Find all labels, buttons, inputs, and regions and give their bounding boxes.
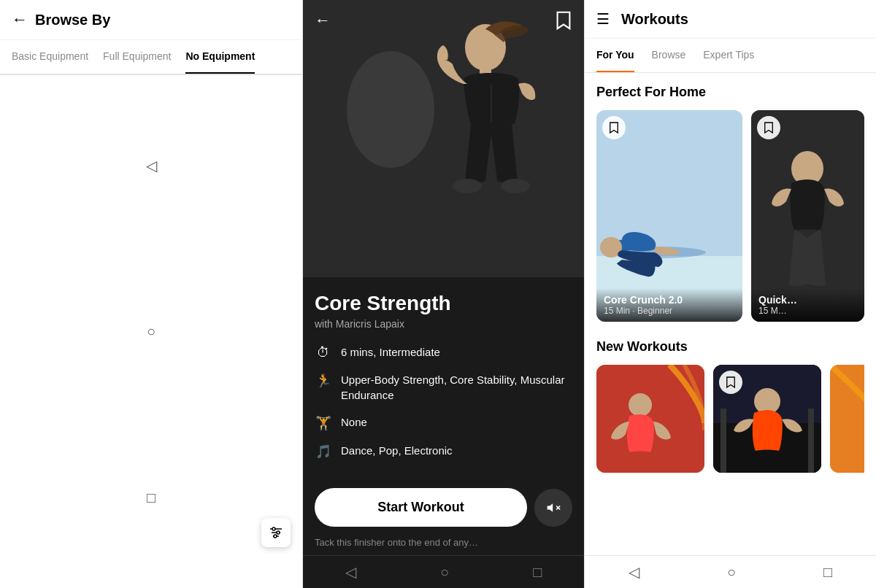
- exercise-icon: 🏃: [315, 373, 332, 389]
- new-workouts-cards: [596, 365, 864, 473]
- equipment-icon: 🏋: [315, 415, 332, 431]
- home-nav-icon[interactable]: ○: [147, 323, 155, 340]
- mid-bottom-nav: ◁ ○ □: [303, 555, 584, 588]
- workouts-panel: ☰ Workouts For You Browse Expert Tips Pe…: [584, 0, 876, 588]
- detail-row-type: 🏃 Upper-Body Strength, Core Stability, M…: [315, 372, 572, 403]
- type-text: Upper-Body Strength, Core Stability, Mus…: [341, 372, 572, 403]
- filter-button[interactable]: [261, 518, 291, 547]
- svg-point-12: [501, 179, 530, 193]
- svg-point-5: [274, 535, 277, 538]
- svg-point-11: [453, 179, 482, 193]
- card-quick[interactable]: Quick… 15 M…: [751, 110, 864, 322]
- trainer-name: with Maricris Lapaix: [315, 318, 572, 330]
- right-panel-title: Workouts: [621, 11, 688, 28]
- card-subtitle: 15 Min · Beginner: [604, 306, 735, 316]
- new-card-bookmark[interactable]: [719, 371, 742, 394]
- right-header: ☰ Workouts: [585, 0, 876, 39]
- music-icon: 🎵: [315, 444, 332, 460]
- mid-recent-nav[interactable]: □: [533, 564, 542, 581]
- left-bottom-nav: ◁ ○ □: [0, 74, 303, 588]
- bookmark-icon: [609, 121, 619, 134]
- hero-image: ←: [303, 0, 584, 277]
- mid-back-nav[interactable]: ◁: [345, 563, 356, 581]
- mute-icon: [546, 500, 561, 515]
- bookmark-icon: [726, 376, 736, 389]
- tab-full-equipment[interactable]: Full Equipment: [103, 40, 171, 74]
- mute-button[interactable]: [534, 489, 572, 527]
- mid-footer: Start Workout: [303, 478, 584, 537]
- svg-point-22: [629, 393, 652, 417]
- workout-detail-panel: ← Core Strength with Maricris Lapaix ⏱ 6…: [303, 0, 584, 588]
- tab-expert-tips[interactable]: Expert Tips: [703, 39, 754, 72]
- mid-back-button[interactable]: ←: [315, 11, 331, 30]
- workout-title: Core Strength: [315, 292, 572, 315]
- card-bookmark-icon[interactable]: [602, 116, 626, 139]
- detail-row-equipment: 🏋 None: [315, 414, 572, 431]
- start-workout-button[interactable]: Start Workout: [315, 488, 527, 527]
- equipment-tabs: Basic Equipment Full Equipment No Equipm…: [0, 40, 302, 74]
- tab-browse[interactable]: Browse: [652, 39, 686, 72]
- mid-bookmark-icon[interactable]: [555, 10, 572, 31]
- svg-rect-25: [721, 409, 726, 473]
- right-content: Perfect For Home: [585, 73, 876, 555]
- svg-rect-26: [808, 409, 814, 473]
- new-workout-card-3[interactable]: [830, 365, 864, 473]
- workout-description: Tack this finisher onto the end of any…: [303, 537, 584, 555]
- right-tabs: For You Browse Expert Tips: [585, 39, 876, 73]
- card-illustration-5: [830, 365, 864, 473]
- equipment-text: None: [341, 414, 367, 430]
- recent-nav-icon[interactable]: □: [147, 490, 155, 506]
- detail-row-music: 🎵 Dance, Pop, Electronic: [315, 443, 572, 460]
- athlete-illustration: [303, 0, 584, 277]
- page-title: Browse By: [35, 12, 110, 28]
- perfect-for-home-cards: Core Crunch 2.0 15 Min · Beginner: [596, 110, 864, 322]
- browse-by-panel: ← Browse By Basic Equipment Full Equipme…: [0, 0, 303, 588]
- filter-icon: [269, 525, 283, 540]
- new-workout-card-2[interactable]: [713, 365, 821, 473]
- tab-for-you[interactable]: For You: [596, 39, 634, 72]
- card-bookmark-icon-2[interactable]: [757, 116, 780, 139]
- card-illustration-3: [596, 365, 704, 473]
- duration-text: 6 mins, Intermediate: [341, 344, 440, 360]
- svg-point-4: [277, 531, 280, 534]
- music-text: Dance, Pop, Electronic: [341, 443, 453, 458]
- back-nav-icon[interactable]: ◁: [146, 157, 157, 174]
- timer-icon: ⏱: [315, 345, 332, 360]
- new-workout-card-1[interactable]: [596, 365, 704, 473]
- right-bottom-nav: ◁ ○ □: [585, 555, 876, 588]
- tab-no-equipment[interactable]: No Equipment: [185, 40, 255, 74]
- right-back-nav[interactable]: ◁: [629, 563, 639, 581]
- card-subtitle-2: 15 M…: [758, 306, 857, 316]
- card-title-2: Quick…: [758, 294, 857, 306]
- left-header: ← Browse By: [0, 0, 302, 40]
- back-button[interactable]: ←: [12, 10, 28, 29]
- card-title: Core Crunch 2.0: [604, 294, 735, 306]
- svg-point-3: [272, 527, 275, 530]
- svg-point-7: [347, 51, 434, 168]
- section-title-new: New Workouts: [596, 339, 864, 355]
- workout-info-content: Core Strength with Maricris Lapaix ⏱ 6 m…: [303, 277, 584, 478]
- right-home-nav[interactable]: ○: [727, 564, 736, 581]
- svg-rect-6: [303, 0, 584, 277]
- bookmark-icon: [764, 121, 774, 134]
- tab-basic-equipment[interactable]: Basic Equipment: [12, 40, 88, 74]
- section-title-home: Perfect For Home: [596, 85, 864, 100]
- card-core-crunch[interactable]: Core Crunch 2.0 15 Min · Beginner: [596, 110, 742, 322]
- right-recent-nav[interactable]: □: [823, 564, 832, 581]
- menu-icon[interactable]: ☰: [596, 10, 610, 28]
- detail-row-duration: ⏱ 6 mins, Intermediate: [315, 344, 572, 360]
- mid-header: ←: [303, 0, 584, 41]
- mid-home-nav[interactable]: ○: [440, 564, 449, 581]
